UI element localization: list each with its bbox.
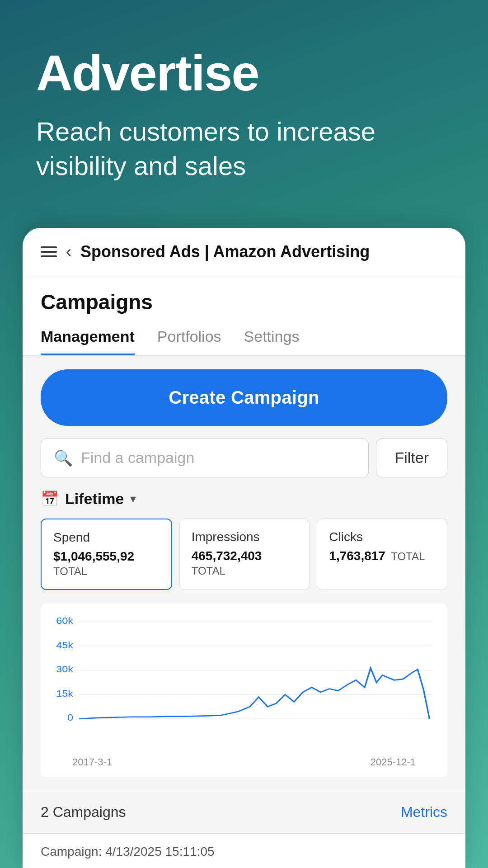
search-filter-row: 🔍 Find a campaign Filter — [41, 439, 447, 477]
app-card: ‹ Sponsored Ads | Amazon Advertising Cam… — [23, 228, 465, 868]
hamburger-icon[interactable] — [41, 246, 57, 257]
lifetime-row[interactable]: 📅 Lifetime ▾ — [41, 490, 447, 508]
hero-section: Advertise Reach customers to increase vi… — [0, 0, 488, 210]
hero-title: Advertise — [36, 45, 452, 101]
line-chart: 60k 45k 30k 15k 0 — [50, 617, 438, 753]
svg-text:60k: 60k — [56, 617, 73, 626]
search-placeholder: Find a campaign — [81, 449, 194, 467]
content-area: Create Campaign 🔍 Find a campaign Filter… — [23, 356, 465, 791]
x-label-start: 2017-3-1 — [72, 756, 112, 768]
back-icon[interactable]: ‹ — [66, 244, 71, 260]
svg-text:30k: 30k — [56, 665, 73, 675]
metric-card-impressions[interactable]: Impressions 465,732,403 TOTAL — [179, 519, 310, 590]
browser-title: Sponsored Ads | Amazon Advertising — [80, 242, 370, 261]
tab-management[interactable]: Management — [41, 328, 135, 355]
metric-card-spend[interactable]: Spend $1,046,555,92 TOTAL — [41, 519, 172, 590]
svg-text:45k: 45k — [56, 640, 73, 650]
lifetime-label: Lifetime — [65, 490, 124, 508]
campaigns-footer: 2 Campaigns Metrics — [23, 791, 465, 833]
page-header: Campaigns Management Portfolios Settings — [23, 276, 465, 356]
tab-bar: Management Portfolios Settings — [41, 328, 447, 355]
search-icon: 🔍 — [54, 449, 73, 467]
metric-label-clicks: Clicks — [329, 530, 435, 544]
browser-bar: ‹ Sponsored Ads | Amazon Advertising — [23, 228, 465, 276]
chart-area: 60k 45k 30k 15k 0 — [50, 617, 438, 753]
page-title: Campaigns — [41, 290, 447, 314]
metric-suffix-clicks: TOTAL — [388, 550, 425, 562]
x-axis-labels: 2017-3-1 2025-12-1 — [50, 753, 438, 768]
metric-suffix-spend: TOTAL — [53, 565, 87, 577]
campaign-row-text: Campaign: 4/13/2025 15:11:05 — [41, 844, 215, 859]
metric-label-spend: Spend — [53, 530, 160, 545]
svg-text:15k: 15k — [56, 689, 73, 699]
x-label-end: 2025-12-1 — [371, 756, 416, 768]
chart-container: 60k 45k 30k 15k 0 2017-3-1 2025-12-1 — [41, 604, 447, 777]
filter-button[interactable]: Filter — [376, 439, 447, 477]
svg-text:0: 0 — [67, 713, 73, 723]
metrics-row: Spend $1,046,555,92 TOTAL Impressions 46… — [41, 519, 447, 590]
metric-value-clicks: 1,763,817 TOTAL — [329, 549, 435, 563]
create-campaign-button[interactable]: Create Campaign — [41, 369, 447, 426]
metric-label-impressions: Impressions — [192, 530, 298, 544]
tab-portfolios[interactable]: Portfolios — [157, 328, 221, 355]
campaign-row-preview[interactable]: Campaign: 4/13/2025 15:11:05 — [23, 833, 465, 868]
tab-settings[interactable]: Settings — [244, 328, 300, 355]
metric-suffix-impressions: TOTAL — [192, 565, 225, 577]
calendar-icon: 📅 — [41, 490, 59, 507]
metric-card-clicks[interactable]: Clicks 1,763,817 TOTAL — [317, 519, 447, 590]
chevron-down-icon: ▾ — [130, 492, 136, 506]
search-box[interactable]: 🔍 Find a campaign — [41, 439, 369, 477]
metrics-link[interactable]: Metrics — [401, 804, 447, 821]
metric-value-spend: $1,046,555,92 TOTAL — [53, 549, 160, 578]
campaigns-count: 2 Campaigns — [41, 804, 126, 821]
hero-subtitle: Reach customers to increase visibility a… — [36, 114, 452, 183]
metric-value-impressions: 465,732,403 TOTAL — [192, 549, 298, 578]
